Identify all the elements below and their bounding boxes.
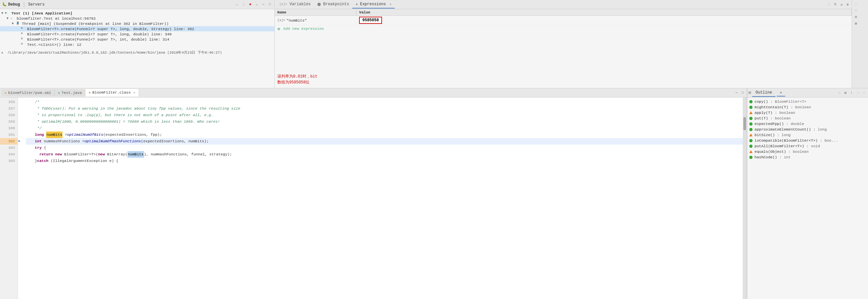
resume-icon[interactable]: ▶ bbox=[235, 2, 240, 7]
outline-item-9[interactable]: equals(Object) : boolean bbox=[747, 149, 868, 154]
line-num-364: 364 bbox=[0, 151, 18, 158]
outline-item-10[interactable]: hashCode() : int bbox=[747, 154, 868, 160]
tab-expressions[interactable]: ✱ Expressions ✕ bbox=[352, 1, 395, 8]
tab-test-java[interactable]: ◈ Test.java bbox=[55, 89, 85, 96]
code-line-359: * optimalM(1000, 0.00000000000000001) = … bbox=[26, 118, 743, 125]
dot-green-5 bbox=[749, 128, 752, 131]
code-line-363: try { bbox=[26, 145, 743, 151]
tree-item-4[interactable]: ≡ BloomFilter<T>.create(Funnel<? super T… bbox=[0, 31, 274, 37]
breakpoints-icon: ⬤ bbox=[317, 3, 321, 6]
label-8: putAll(BloomFilter<T>) bbox=[754, 144, 804, 148]
extra-icon-3[interactable]: ⊟ bbox=[853, 14, 859, 20]
value-col-header: Value bbox=[356, 9, 851, 16]
class-file-icon: ◈ bbox=[89, 91, 91, 94]
outline-label-2: apply(T) : boolean bbox=[754, 111, 795, 115]
dot-green-0 bbox=[749, 100, 752, 103]
type-3: : boolean bbox=[768, 116, 790, 120]
code-line-361: long numBits = optimalNumOfBits (expecte… bbox=[26, 131, 743, 138]
code-area: 356 357 358 359 360 361 362 363 364 365 bbox=[0, 97, 747, 299]
extra-right-panel: ⬚ ⊞ ⊟ ⊠ bbox=[851, 0, 868, 88]
minimize-icon[interactable]: — bbox=[261, 2, 266, 7]
outline-item-4[interactable]: expectedFpp() : double bbox=[747, 121, 868, 127]
maximize-editor-icon[interactable]: □ bbox=[740, 90, 745, 95]
arrow: ▼ bbox=[12, 22, 16, 26]
outline-label-7: isCompatible(BloomFilter<T>) : boo... bbox=[754, 139, 838, 143]
outline-item-1[interactable]: mightContain(T) : boolean bbox=[747, 104, 868, 110]
outline-label-8: putAll(BloomFilter<T>) : void bbox=[754, 144, 820, 148]
type-0: : BloomFilter<T> bbox=[768, 99, 806, 104]
outline-icon-4[interactable]: ✗ bbox=[855, 90, 861, 95]
type-10: : int bbox=[777, 155, 790, 159]
label-2: apply(T) bbox=[754, 111, 773, 115]
outline-item-5[interactable]: approximateElementCount() : long bbox=[747, 127, 868, 132]
code-362-method: optimalNumOfHashFunctions bbox=[84, 138, 141, 145]
tree-item-0[interactable]: ▼ ▶ Test (1) [Java Application] bbox=[0, 10, 274, 16]
code-line-358: * is proportional to -log(p), but there … bbox=[26, 112, 743, 118]
expressions-close-icon[interactable]: ✕ bbox=[390, 3, 392, 6]
label-4: expectedFpp() bbox=[754, 122, 784, 126]
sync-icon[interactable]: ↺ bbox=[839, 2, 844, 7]
outline-item-3[interactable]: put(T) : boolean bbox=[747, 116, 868, 121]
outline-icon-2[interactable]: ⊞ bbox=[843, 90, 848, 95]
tree-item-5[interactable]: ≡ BloomFilter<T>.create(Funnel<? super T… bbox=[0, 37, 274, 42]
bug-icon: 🐛 bbox=[2, 2, 7, 7]
outline-item-0[interactable]: copy() : BloomFilter<T> bbox=[747, 99, 868, 104]
minimize-editor-icon[interactable]: — bbox=[734, 90, 739, 95]
top-panel: 🐛 Debug Servers ▶ ⏸ ■ ⏏ — □ ▼ bbox=[0, 0, 868, 88]
line-num-356: 356 bbox=[0, 99, 18, 105]
tab-bloomfilter-class[interactable]: ◈ BloomFilter.class ✕ bbox=[85, 89, 139, 96]
line-num-362: 362 bbox=[0, 138, 18, 145]
tab-breakpoints[interactable]: ⬤ Breakpoints bbox=[314, 1, 352, 8]
debug-footer: ☕ /Library/Java/JavaVirtualMachines/jdk1… bbox=[0, 50, 274, 55]
outline-close-icon[interactable]: ✕ bbox=[777, 89, 785, 96]
arrow bbox=[17, 38, 21, 41]
arrow-gap-10 bbox=[18, 158, 23, 164]
tree-item-6[interactable]: ≡ Test.<clinit>() line: 12 bbox=[0, 42, 274, 47]
tab-variables[interactable]: (x)= Variables bbox=[276, 1, 314, 8]
disconnect-icon[interactable]: ⏏ bbox=[254, 2, 259, 7]
line-num-358: 358 bbox=[0, 112, 18, 118]
tab-close-icon[interactable]: ✕ bbox=[133, 91, 135, 94]
scroll-thumb[interactable] bbox=[743, 117, 746, 130]
outline-icon-5[interactable]: ✗ bbox=[862, 90, 867, 95]
label-3: put(T) bbox=[754, 116, 768, 120]
frame-icon: ≡ bbox=[21, 32, 26, 36]
extra-icon-4[interactable]: ⊠ bbox=[853, 21, 859, 26]
code-362-2: numHashFunctions = bbox=[41, 138, 84, 145]
collapse-icon[interactable]: ⊟ bbox=[827, 2, 832, 7]
copy-icon[interactable]: ⎘ bbox=[833, 2, 838, 7]
comment-359: * optimalM(1000, 0.00000000000000001) = … bbox=[26, 118, 220, 125]
outline-item-2[interactable]: apply(T) : boolean bbox=[747, 110, 868, 116]
outline-icon-1[interactable]: ⊟ bbox=[837, 90, 842, 95]
editor-tab-bar: ◈ bloomfilter/pom.xml ◈ Test.java ◈ Bloo… bbox=[0, 88, 747, 97]
arrow-gap-3 bbox=[18, 112, 23, 118]
scroll-indicator[interactable] bbox=[743, 97, 747, 299]
expr-row-0[interactable]: (x)= "numBits" 9585058 bbox=[275, 16, 851, 25]
outline-label-4: expectedFpp() : double bbox=[754, 122, 804, 126]
debug-label: Debug bbox=[8, 2, 20, 7]
outline-icon-3[interactable]: ↕ bbox=[849, 90, 854, 95]
tree-item-2[interactable]: ▼ 🧵 Thread [main] (Suspended (breakpoint… bbox=[0, 21, 274, 26]
outline-item-8[interactable]: putAll(BloomFilter<T>) : void bbox=[747, 143, 868, 149]
tab-pom-xml[interactable]: ◈ bloomfilter/pom.xml bbox=[1, 89, 55, 96]
add-expression-row[interactable]: ⊕ Add new expression bbox=[275, 25, 851, 32]
outline-toolbar-icons: ⊟ ⊞ ↕ ✗ ✗ bbox=[837, 90, 867, 95]
tree-item-3[interactable]: ≡ BloomFilter<T>.create(Funnel<? super T… bbox=[0, 26, 274, 31]
extra-icon-1[interactable]: ⬚ bbox=[853, 1, 859, 6]
tree-item-1[interactable]: ▼ ☕ bloomfilter.Test at localhost:56782 bbox=[0, 16, 274, 21]
maximize-icon[interactable]: □ bbox=[267, 2, 273, 7]
expr-value-0: 9585058 bbox=[356, 16, 851, 25]
type-2: : boolean bbox=[773, 111, 795, 115]
triangle-9 bbox=[749, 150, 752, 153]
terminate-icon[interactable]: ■ bbox=[248, 2, 253, 7]
outline-tab-label[interactable]: Outline bbox=[752, 89, 775, 97]
thread-icon: 🧵 bbox=[16, 21, 21, 26]
label-7: isCompatible(BloomFilter<T>) bbox=[754, 139, 818, 143]
suspend-icon[interactable]: ⏸ bbox=[241, 2, 246, 7]
outline-item-7[interactable]: isCompatible(BloomFilter<T>) : boo... bbox=[747, 138, 868, 143]
extra-icon-2[interactable]: ⊞ bbox=[853, 8, 859, 13]
code-361-method: optimalNumOfBits bbox=[67, 131, 103, 138]
outline-item-6[interactable]: bitSize() : long bbox=[747, 132, 868, 138]
settings-icon[interactable]: ⚙ bbox=[845, 2, 850, 7]
servers-label[interactable]: Servers bbox=[28, 2, 44, 7]
